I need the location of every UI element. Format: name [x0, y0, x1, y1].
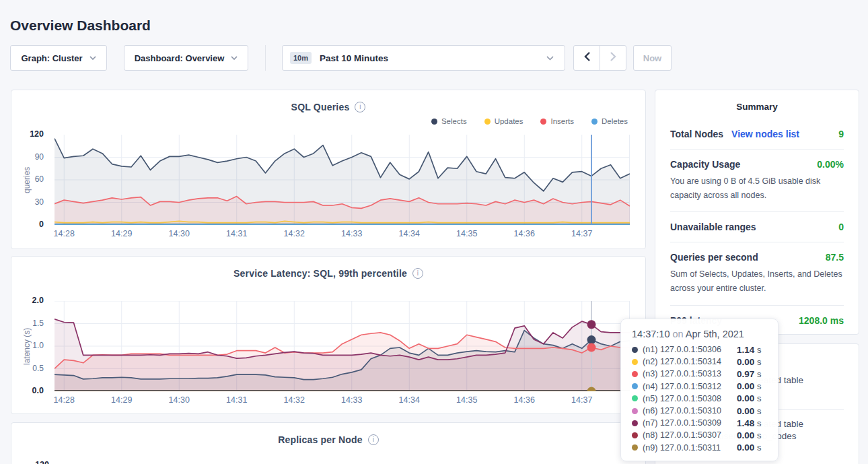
time-range-dropdown[interactable]: 10m Past 10 Minutes	[282, 45, 565, 71]
tooltip-row: (n6) 127.0.0.1:503100.00 s	[632, 405, 767, 417]
legend-label: Selects	[441, 117, 467, 125]
legend-item-updates[interactable]: Updates	[484, 117, 523, 125]
view-nodes-list-link[interactable]: View nodes list	[731, 129, 799, 139]
summary-label: Unavailable ranges	[670, 222, 756, 232]
summary-description: Sum of Selects, Updates, Inserts, and De…	[655, 267, 859, 295]
y-tick-label: 2.0	[32, 296, 44, 306]
graph-dropdown[interactable]: Graph: Cluster	[10, 45, 107, 71]
legend-dot-icon	[431, 119, 437, 125]
series-color-dot-icon	[632, 444, 638, 451]
chevron-down-icon	[231, 56, 238, 60]
summary-value: 0.00%	[817, 159, 844, 170]
c1-chart-canvas[interactable]	[55, 135, 630, 225]
info-icon[interactable]: i	[412, 268, 423, 279]
tooltip-row: (n7) 127.0.0.1:503091.48 s	[632, 417, 767, 429]
service-latency-plot[interactable]	[55, 301, 630, 391]
y-tick-label: 120	[30, 129, 44, 140]
tooltip-node-value: 0.00 s	[737, 357, 761, 367]
legend-item-inserts[interactable]: Inserts	[540, 117, 574, 125]
tooltip-node-value: 0.00 s	[737, 430, 761, 440]
y-tick-label: 90	[35, 152, 44, 163]
summary-label: Capacity Usage	[670, 159, 740, 170]
y-tick-label: 1.5	[32, 319, 44, 329]
chevron-down-icon	[89, 56, 96, 60]
tooltip-node-value: 0.97 s	[737, 369, 761, 379]
legend-label: Deletes	[602, 117, 628, 125]
summary-row-queries-per-second: Queries per second 87.5	[655, 252, 859, 263]
legend-item-deletes[interactable]: Deletes	[591, 117, 628, 125]
x-tick-label: 14:31	[217, 395, 257, 405]
summary-value: 0	[838, 222, 844, 232]
tooltip-row: (n8) 127.0.0.1:503070.00 s	[632, 429, 767, 441]
series-color-dot-icon	[632, 432, 638, 438]
tooltip-node-value: 0.00 s	[737, 381, 761, 391]
x-tick-label: 14:37	[562, 395, 602, 405]
tooltip-node-value: 0.00 s	[737, 393, 761, 403]
controls-divider	[265, 45, 266, 71]
y-axis-labels: 0.00.51.01.52.0	[11, 301, 49, 391]
tooltip-row: (n9) 127.0.0.1:503110.00 s	[632, 442, 767, 454]
y-tick-label: 30	[35, 197, 44, 208]
summary-row-capacity-usage: Capacity Usage 0.00%	[655, 159, 859, 170]
divider	[670, 211, 844, 212]
x-tick-label: 14:34	[389, 229, 429, 238]
tooltip-node-label: (n4) 127.0.0.1:50312	[643, 382, 737, 391]
x-tick-label: 14:29	[102, 229, 142, 238]
y-tick-label: 0	[39, 220, 44, 230]
now-button-label: Now	[643, 53, 661, 63]
tooltip-row: (n4) 127.0.0.1:503120.00 s	[632, 380, 767, 393]
series-color-dot-icon	[632, 408, 638, 414]
tooltip-row: (n2) 127.0.0.1:503140.00 s	[632, 356, 767, 368]
chart-title: Service Latency: SQL, 99th percentile	[233, 268, 407, 279]
chart-hover-tooltip: 14:37:10 on Apr 5th, 2021 (n1) 127.0.0.1…	[620, 319, 779, 461]
summary-label: Queries per second	[670, 252, 758, 263]
tooltip-node-value: 1.48 s	[737, 418, 761, 428]
tooltip-node-value: 0.00 s	[737, 406, 761, 416]
summary-value: 87.5	[826, 252, 844, 263]
tooltip-node-label: (n3) 127.0.0.1:50313	[643, 369, 737, 378]
dashboard-dropdown[interactable]: Dashboard: Overview	[124, 45, 248, 71]
tooltip-node-label: (n1) 127.0.0.1:50306	[643, 345, 737, 354]
chart-title: SQL Queries	[291, 102, 350, 112]
x-tick-label: 14:36	[504, 229, 544, 238]
tooltip-node-label: (n8) 127.0.0.1:50307	[643, 430, 737, 440]
legend-item-selects[interactable]: Selects	[431, 117, 467, 125]
x-tick-label: 14:28	[44, 395, 84, 405]
tooltip-node-value: 1.14 s	[737, 345, 761, 355]
chart-legend: SelectsUpdatesInsertsDeletes	[431, 117, 628, 125]
c2-chart-canvas[interactable]	[55, 301, 630, 391]
summary-row-total-nodes: Total Nodes View nodes list 9	[655, 129, 859, 139]
info-icon[interactable]: i	[355, 102, 365, 112]
chevron-down-icon	[546, 56, 554, 61]
summary-title: Summary	[655, 90, 859, 112]
summary-value: 9	[838, 129, 844, 139]
y-tick-label: 60	[35, 174, 44, 185]
page-title: Overview Dashboard	[10, 18, 151, 34]
summary-row-unavailable-ranges: Unavailable ranges 0	[655, 222, 859, 232]
x-tick-label: 14:32	[274, 229, 314, 238]
x-tick-label: 14:34	[389, 395, 429, 405]
legend-dot-icon	[484, 119, 491, 125]
tooltip-node-label: (n9) 127.0.0.1:50311	[643, 443, 737, 453]
replicas-per-node-chart-card: Replicas per Node i 120	[11, 422, 646, 464]
x-tick-label: 14:28	[44, 229, 84, 238]
sql-queries-plot[interactable]	[55, 135, 630, 225]
next-time-button[interactable]	[600, 46, 626, 70]
tooltip-node-value: 0.00 s	[737, 442, 761, 453]
tooltip-row: (n5) 127.0.0.1:503080.00 s	[632, 393, 767, 405]
x-tick-label: 14:31	[217, 229, 257, 238]
x-axis-labels: 14:2814:2914:3014:3114:3214:3314:3414:35…	[55, 229, 630, 240]
info-icon[interactable]: i	[368, 434, 379, 445]
dashboard-dropdown-label: Dashboard: Overview	[135, 53, 225, 63]
time-range-label: Past 10 Minutes	[320, 53, 546, 63]
series-color-dot-icon	[632, 383, 638, 389]
x-tick-label: 14:37	[562, 229, 602, 238]
x-tick-label: 14:35	[447, 395, 487, 405]
summary-description: You are using 0 B of 4.5 GiB usable disk…	[655, 174, 859, 202]
now-button[interactable]: Now	[633, 45, 672, 71]
y-tick-label: 120	[32, 460, 49, 464]
prev-time-button[interactable]	[574, 46, 600, 70]
y-tick-label: 1.0	[32, 341, 44, 352]
divider	[670, 149, 844, 150]
time-range-badge: 10m	[290, 52, 312, 64]
